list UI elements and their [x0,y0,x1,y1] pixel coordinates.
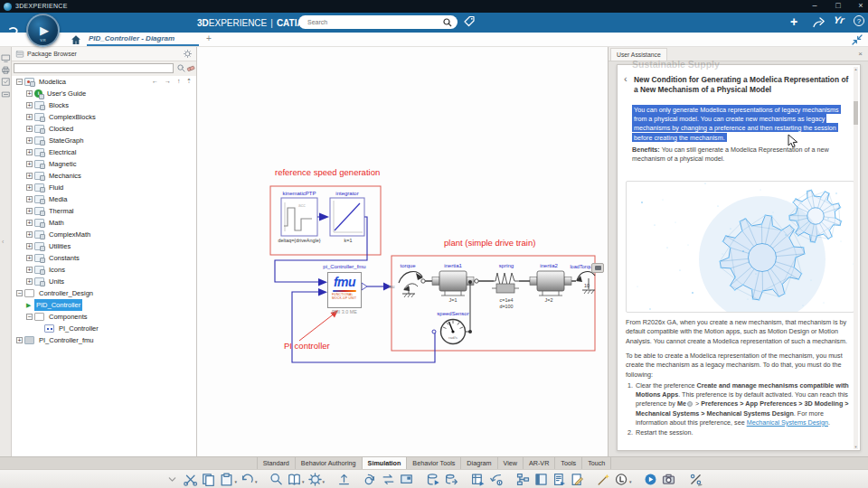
gear-ring-icon[interactable]: ▾ [307,472,326,487]
diagram-canvas[interactable]: reference speed generation plant (simple… [197,47,608,456]
upload-icon[interactable] [336,472,352,487]
display-icon[interactable] [399,472,414,487]
tree-item-stategraph[interactable]: +StateGraph [12,135,196,146]
expander-icon[interactable]: + [26,231,33,238]
maximize-button[interactable]: □ [832,1,844,10]
tree-item-pi-controller[interactable]: PI_Controller [12,323,196,334]
percent-tools-icon[interactable] [688,472,703,487]
probe-icon[interactable] [596,472,611,487]
back-chevron-icon[interactable]: ‹ [624,73,627,84]
undo-icon[interactable]: ▾ [240,472,258,487]
expander-icon[interactable]: + [26,255,33,261]
overflow-chevron-icon[interactable] [165,472,180,487]
browser-settings-gear-icon[interactable] [183,49,193,59]
article-scrollbar[interactable]: ▲ ▼ [854,67,858,449]
tree-item-icons[interactable]: +Icons [12,264,196,276]
expander-icon[interactable]: + [26,137,33,144]
ribbon-tab-touch[interactable]: Touch [582,457,611,469]
link-mechanical-systems-design[interactable]: Mechanical Systems Design [747,418,828,427]
tree-item-utilities[interactable]: +Utilities [12,240,196,252]
dropdown-caret-icon[interactable]: ▾ [255,479,258,487]
expander-icon[interactable]: + [26,278,33,285]
model-update-icon[interactable] [363,472,378,487]
tree-item-math[interactable]: +Math [12,217,196,229]
expander-icon[interactable]: + [26,161,33,167]
fmu-block[interactable]: fmu FUNCTIONAL MOCK-UP UNIT [327,272,362,308]
compass-logo-icon[interactable]: ▶ V.R [26,14,60,47]
tree-item-pi-controller-fmu[interactable]: +PI_Controller_fmu [12,334,196,346]
dropdown-caret-icon[interactable]: ▾ [302,479,305,487]
ribbon-tab-ar-vr[interactable]: AR-VR [524,457,555,469]
overlay-badge-icon[interactable] [591,263,604,273]
scrollbar-thumb[interactable] [854,101,858,125]
run-table-icon[interactable] [470,472,486,487]
report-icon[interactable] [552,472,567,487]
expander-icon[interactable]: + [26,126,33,132]
camera-icon[interactable] [661,472,676,487]
collapse-panel-icon[interactable] [1,87,11,97]
scroll-up-icon[interactable]: ▲ [854,67,858,71]
add-content-button[interactable]: + [790,14,797,29]
expander-icon[interactable]: + [26,102,33,108]
ribbon-tab-behavior-tools[interactable]: Behavior Tools [407,457,461,469]
license-icon[interactable]: ▾ [614,472,632,487]
expander-icon[interactable]: + [26,220,33,226]
tree-item-magnetic[interactable]: +Magnetic [12,158,196,170]
tree-item-user-s-guide[interactable]: +iUser's Guide [12,88,196,99]
copy-icon[interactable] [201,472,216,487]
tab-pid-controller-diagram[interactable]: PID_Controller - Diagram [89,34,175,42]
tree-item-controller-design[interactable]: −Controller_Design [12,287,196,299]
ribbon-tab-behavior-authoring[interactable]: Behavior Authoring [296,457,363,469]
zoom-icon[interactable] [269,472,284,487]
assistance-close-icon[interactable]: × [858,50,863,58]
panel-collapse-handle[interactable]: ‹ [2,239,4,245]
expander-icon[interactable]: + [26,243,33,249]
new-tab-button[interactable]: + [206,33,212,43]
signature-icon[interactable]: Yr [833,14,844,25]
inertia2-block[interactable] [537,271,564,291]
print-icon[interactable] [1,62,11,72]
close-button[interactable]: × [854,1,867,10]
tree-item-constants[interactable]: +Constants [12,252,196,264]
ribbon-tab-tools[interactable]: Tools [555,457,582,469]
home-icon[interactable] [71,34,81,45]
tree-item-complexblocks[interactable]: +ComplexBlocks [12,111,196,123]
help-icon[interactable]: ? [854,15,864,26]
tree-item-mechanics[interactable]: +Mechanics [12,170,196,182]
package-search-input[interactable] [14,63,174,73]
expander-icon[interactable]: − [16,79,23,85]
share-icon[interactable] [812,16,826,28]
sync-icon[interactable] [381,472,396,487]
db-step-icon[interactable] [444,472,459,487]
play-circle-icon[interactable] [643,472,658,487]
search-icon[interactable] [443,18,452,27]
tree-item-complexmath[interactable]: +ComplexMath [12,229,196,240]
paste-icon[interactable]: ▾ [219,472,237,487]
expander-icon[interactable]: + [26,90,33,97]
dropdown-caret-icon[interactable]: ▾ [323,479,326,487]
expander-icon[interactable]: − [16,290,23,296]
expander-icon[interactable]: + [26,196,33,202]
dropdown-caret-icon[interactable]: ▾ [234,479,237,487]
tree-item-electrical[interactable]: +Electrical [12,146,196,158]
global-search[interactable] [298,15,458,29]
tree-item-components[interactable]: −Components [12,311,196,323]
book-icon[interactable]: ▾ [287,472,305,487]
feedback-wire[interactable] [292,292,435,362]
hierarchy-icon[interactable] [515,472,531,487]
ribbon-tab-simulation[interactable]: Simulation [363,457,408,469]
tree-item-pid-controller[interactable]: ▶PID_Controller [12,299,196,311]
expander-icon[interactable]: − [26,314,33,320]
cut-icon[interactable] [183,472,198,487]
clear-filter-eraser-icon[interactable] [186,64,195,72]
tree-item-fluid[interactable]: +Fluid [12,182,196,193]
scroll-down-icon[interactable]: ▼ [854,445,858,449]
tree-item-media[interactable]: +Media [12,193,196,205]
minimize-button[interactable]: – [808,1,821,10]
expander-icon[interactable]: + [26,208,33,214]
db-play-icon[interactable] [426,472,441,487]
expander-icon[interactable]: + [26,267,33,273]
expander-icon[interactable]: + [26,149,33,155]
expander-icon[interactable]: + [26,114,33,120]
expander-icon[interactable]: + [26,184,33,191]
